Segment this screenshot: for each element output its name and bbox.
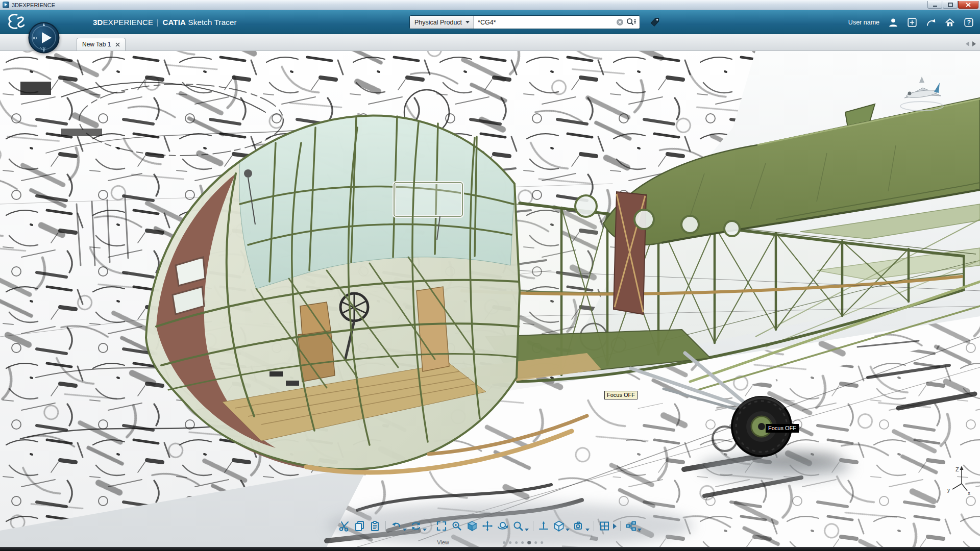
window-title: 3DEXPERIENCE [12,2,55,8]
minimize-button[interactable] [927,1,942,9]
dropdown-caret[interactable] [403,529,407,531]
view-cube-icon [553,520,565,532]
copy-button[interactable] [352,518,368,534]
dropdown-caret[interactable] [638,529,642,531]
dropdown-caret[interactable] [566,529,570,531]
brand-title: 3DEXPERIENCE|CATIA Sketch Tracer [93,18,237,27]
brand-3d: 3D [93,18,103,27]
close-icon [966,3,971,7]
view-pager-dot[interactable] [509,541,511,544]
view-cube-button[interactable] [551,518,567,534]
focus-off-badge-1[interactable]: Focus OFF [604,391,638,399]
dassault-systemes-logo [4,12,26,32]
view-toolbar [337,518,643,534]
zoom-area-icon [451,520,463,532]
minimize-icon [933,3,938,7]
brand-catia: CATIA [162,18,186,27]
home-icon [944,17,955,28]
user-name-label: User name [848,19,879,26]
dropdown-caret[interactable] [585,529,590,531]
toolbar-separator [620,521,621,531]
home-button[interactable] [944,16,956,29]
view-pager-dot-active[interactable] [527,541,531,544]
view-label: View [437,539,449,545]
iso-view-button[interactable] [464,518,480,534]
global-search: Physical Product [409,15,640,29]
capture-button[interactable] [571,518,586,534]
tab-new-tab-1[interactable]: New Tab 1 [77,38,126,51]
axis-x-label: x [968,490,970,496]
normal-view-button[interactable] [536,518,551,534]
clear-search-icon[interactable] [616,18,624,26]
toolbar-separator [385,521,386,531]
search-scope-dropdown[interactable]: Physical Product [410,16,474,29]
close-button[interactable] [958,1,978,9]
view-pager-dot[interactable] [534,541,537,544]
tab-scroll-left-icon[interactable] [966,41,969,46]
svg-text:?: ? [967,19,971,26]
tab-close-icon[interactable] [115,42,120,47]
viewport-3d[interactable]: Z y x Focus OFF Focus OFF [0,51,980,547]
paste-button[interactable] [368,518,383,534]
chevron-right-icon [613,523,617,529]
tree-button[interactable] [623,518,639,534]
plus-icon [906,17,918,28]
iso-view-cube-icon [466,520,478,532]
tab-scroll-right-icon[interactable] [972,41,976,46]
scene-3d[interactable]: Z y x [0,51,980,547]
fit-all-icon [435,520,448,532]
compass-south-label: V.R [40,46,46,50]
share-arrow-icon [925,17,937,28]
undo-button[interactable] [388,518,404,534]
search-options-icon[interactable] [626,18,636,27]
app-header: 3D V.R 3DEXPERIENCE|CATIA Sketch Tracer … [0,10,980,34]
zoom-icon [512,520,524,532]
axis-y-label: y [947,487,950,493]
update-icon [410,520,422,532]
paste-icon [369,520,381,532]
normal-view-icon [537,520,550,532]
tags-icon[interactable] [649,16,660,28]
add-content-button[interactable] [906,16,918,29]
zoom-button[interactable] [510,518,526,534]
update-button[interactable] [408,518,424,534]
user-profile-button[interactable] [887,16,899,29]
tab-label: New Tab 1 [82,41,111,48]
toolbar-expand-arrow[interactable] [613,523,617,529]
pan-button[interactable] [480,518,495,534]
brand-divider: | [157,18,159,27]
window-titlebar[interactable]: 3DEXPERIENCE [0,0,980,10]
view-pager-dot[interactable] [541,541,543,544]
dropdown-caret[interactable] [423,529,427,531]
toolbar-separator [533,521,533,531]
dropdown-caret[interactable] [525,529,529,531]
help-button[interactable]: ? [963,16,975,29]
undo-icon [390,520,402,532]
view-pager: View [437,539,543,545]
bottom-status-strip [0,547,980,551]
app-icon [3,2,9,8]
copy-icon [354,520,366,532]
brand-app-name: Sketch Tracer [188,18,236,27]
chevron-down-icon [465,21,470,23]
maximize-button[interactable] [943,1,958,9]
application-window: 3DEXPERIENCE [0,0,980,551]
share-button[interactable] [925,16,937,29]
view-compass[interactable] [900,77,943,111]
focus-off-badge-2[interactable]: Focus OFF [766,424,799,433]
view-pager-dot[interactable] [503,541,505,544]
view-pager-dot[interactable] [521,541,524,544]
search-input[interactable] [474,16,616,29]
view-pager-dot[interactable] [515,541,518,544]
fit-all-button[interactable] [434,518,449,534]
rotate-icon [497,520,509,532]
compass-west-label: 3D [32,36,37,40]
rotate-button[interactable] [495,518,510,534]
split-view-button[interactable] [597,518,612,534]
pan-icon [481,520,494,532]
cut-icon [338,520,351,532]
compass-menu-button[interactable]: 3D V.R [28,21,60,54]
search-scope-label: Physical Product [414,19,462,26]
cut-button[interactable] [337,518,352,534]
zoom-area-button[interactable] [449,518,464,534]
